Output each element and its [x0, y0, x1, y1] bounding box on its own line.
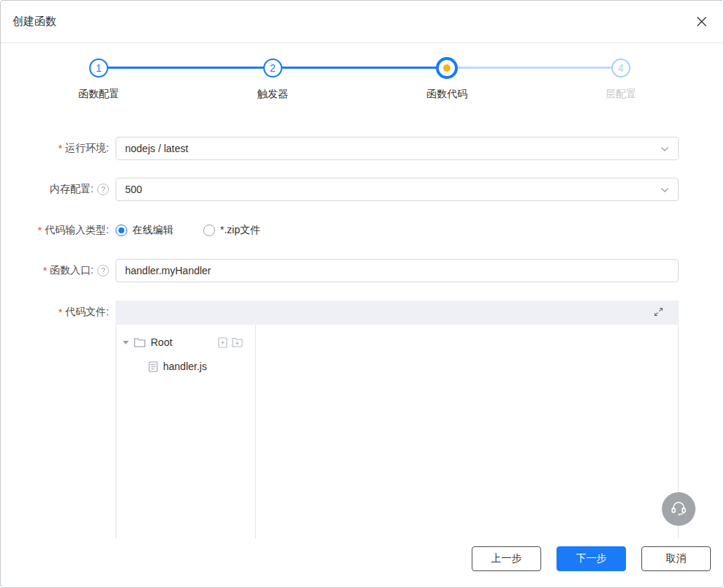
root-folder-name: Root	[151, 336, 173, 348]
code-input-type-row: *代码输入类型: 在线编辑 *.zip文件	[11, 222, 723, 238]
step-3-label: 函数代码	[396, 88, 498, 101]
caret-down-icon[interactable]	[123, 341, 129, 344]
runtime-value: nodejs / latest	[125, 143, 660, 154]
tree-file-handler-js[interactable]: handler.js	[116, 359, 255, 374]
dialog-footer: 上一步 下一步 取消	[472, 546, 711, 571]
folder-icon	[134, 338, 146, 347]
step-2-label: 触发器	[222, 88, 324, 101]
step-connector-1	[99, 67, 273, 69]
next-step-button[interactable]: 下一步	[557, 546, 626, 571]
step-4-label: 层配置	[570, 88, 672, 101]
step-4-number: 4	[618, 62, 624, 74]
file-icon	[148, 361, 158, 372]
step-4-circle: 4	[611, 59, 630, 78]
handler-row: *函数入口:? handler.myHandler	[11, 259, 723, 282]
file-name: handler.js	[163, 361, 207, 372]
required-marker: *	[59, 306, 62, 318]
tree-root-folder[interactable]: Root	[116, 335, 255, 350]
new-file-icon[interactable]	[218, 337, 227, 348]
code-file-label: *代码文件:	[11, 306, 109, 319]
prev-step-button[interactable]: 上一步	[472, 546, 541, 571]
memory-label: 内存配置:?	[11, 183, 109, 196]
memory-value: 500	[125, 184, 660, 195]
radio-unselected-icon	[203, 225, 215, 236]
step-connector-3	[447, 67, 621, 69]
required-marker: *	[38, 225, 42, 236]
radio-selected-icon	[116, 225, 127, 236]
step-3-circle[interactable]	[436, 57, 458, 79]
code-editor-toolbar	[116, 301, 679, 325]
headset-icon	[669, 498, 688, 520]
code-file-row: *代码文件:	[11, 301, 723, 538]
radio-zip-file[interactable]: *.zip文件	[203, 224, 260, 237]
step-1-circle[interactable]: 1	[89, 59, 108, 78]
code-editor-body: Root	[116, 325, 679, 538]
step-2-number: 2	[270, 62, 276, 74]
required-marker: *	[43, 265, 47, 276]
memory-row: 内存配置:? 500	[11, 178, 723, 201]
file-tree-panel: Root	[116, 325, 256, 538]
create-function-form: *运行环境: nodejs / latest 内存配置:? 500 *代码输入类…	[1, 137, 723, 538]
create-function-dialog: 创建函数 1 2 4 函数配置 触发器 函数代码 层配置 *运行环境: node…	[0, 0, 724, 588]
chevron-down-icon	[660, 184, 669, 195]
help-icon[interactable]: ?	[97, 184, 109, 195]
required-marker: *	[59, 143, 62, 154]
dialog-header: 创建函数	[1, 1, 723, 43]
code-editor: Root	[116, 301, 679, 538]
step-connector-2	[273, 67, 447, 69]
wizard-stepper: 1 2 4 函数配置 触发器 函数代码 层配置	[1, 43, 723, 113]
step-2-circle[interactable]: 2	[263, 59, 282, 78]
code-input-type-group: 在线编辑 *.zip文件	[116, 224, 679, 237]
expand-icon[interactable]	[654, 307, 663, 319]
close-icon[interactable]	[696, 16, 712, 27]
runtime-label: *运行环境:	[11, 142, 109, 155]
chevron-down-icon	[660, 143, 669, 154]
radio-online-edit[interactable]: 在线编辑	[116, 224, 173, 237]
help-icon[interactable]: ?	[97, 265, 109, 276]
runtime-row: *运行环境: nodejs / latest	[11, 137, 723, 160]
step-1-label: 函数配置	[48, 88, 150, 101]
cancel-button[interactable]: 取消	[641, 546, 711, 571]
handler-input[interactable]: handler.myHandler	[116, 259, 679, 282]
step-1-number: 1	[96, 62, 102, 74]
new-folder-icon[interactable]	[232, 337, 243, 348]
runtime-select[interactable]: nodejs / latest	[116, 137, 679, 160]
memory-select[interactable]: 500	[116, 178, 679, 201]
handler-value: handler.myHandler	[125, 265, 669, 276]
active-step-dot	[443, 64, 450, 72]
handler-label: *函数入口:?	[11, 264, 109, 277]
help-headset-fab[interactable]	[662, 492, 695, 526]
dialog-title: 创建函数	[12, 15, 56, 29]
code-input-type-label: *代码输入类型:	[11, 224, 109, 237]
